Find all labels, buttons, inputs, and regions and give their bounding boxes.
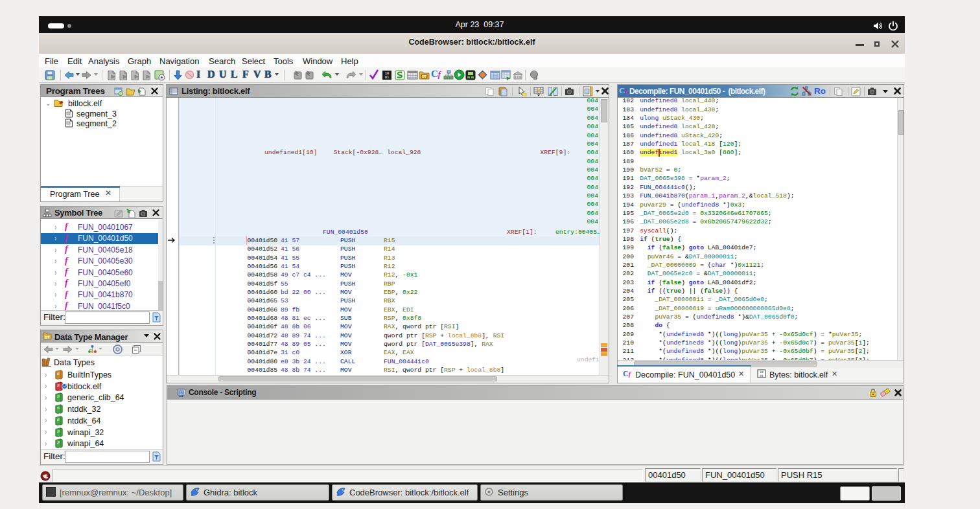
- svg-text:DT: DT: [422, 74, 426, 78]
- svg-text:DT: DT: [45, 335, 50, 339]
- svg-text:01: 01: [385, 75, 390, 79]
- svg-text:01: 01: [760, 374, 764, 378]
- svg-text:10: 10: [760, 370, 764, 374]
